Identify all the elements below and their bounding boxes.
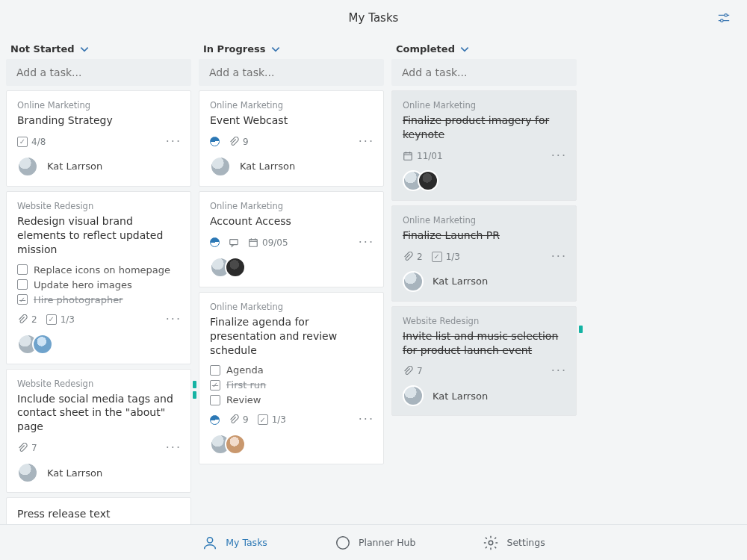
task-title: Account Access [210,214,373,228]
column-header[interactable]: Not Started [6,36,191,59]
add-task-input[interactable]: Add a task... [199,59,384,86]
avatar[interactable] [418,170,438,191]
column-header[interactable]: In Progress [199,36,384,59]
project-label: Online Marketing [210,302,373,312]
avatar[interactable] [225,434,246,455]
subtask[interactable]: Agenda [210,364,373,376]
task-card[interactable]: Online Marketing Finalize Launch PR 2 1/… [391,205,577,302]
add-task-input[interactable]: Add a task... [6,59,191,86]
progress-icon [210,415,220,425]
assignee-name: Kat Larrson [240,161,295,172]
nav-planner-hub[interactable]: Planner Hub [335,535,416,551]
add-task-input[interactable]: Add a task... [391,59,577,86]
more-icon[interactable]: ··· [551,365,567,377]
column-not-started: Not Started Add a task... Online Marketi… [6,36,191,560]
nav-my-tasks[interactable]: My Tasks [202,535,267,551]
project-label: Online Marketing [403,215,565,225]
task-card[interactable]: Online Marketing Branding Strategy 4/8 ·… [6,90,191,187]
svg-point-20 [489,541,494,545]
nav-label: My Tasks [226,537,267,548]
more-icon[interactable]: ··· [359,136,374,148]
svg-point-3 [721,19,724,22]
checkbox-icon [17,294,28,305]
avatar[interactable] [210,156,231,177]
chevron-down-icon [270,44,281,55]
gear-icon [483,535,499,551]
column-header[interactable]: Completed [391,36,577,59]
nav-settings[interactable]: Settings [483,535,545,551]
task-card[interactable]: Online Marketing Event Webcast 9 ··· Kat… [199,90,384,187]
assignee-name: Kat Larrson [433,391,488,402]
task-card[interactable]: Online Marketing Account Access 09/05 ··… [199,191,384,287]
task-card[interactable]: Online Marketing Finalize product imager… [391,90,577,201]
page-title: My Tasks [349,11,399,25]
column-completed: Completed Add a task... Online Marketing… [391,36,577,560]
task-title: Include social media tags and contact sh… [17,392,180,435]
avatar[interactable] [225,257,246,278]
progress-indicator [210,237,220,247]
column-title: Completed [396,43,455,55]
task-title: Event Webcast [210,113,373,128]
progress-indicator [210,415,220,425]
subtask[interactable]: Replace icons on homepage [17,264,180,276]
checklist-icon [258,414,268,425]
task-card[interactable]: Website Redesign Invite list and music s… [391,306,577,417]
more-icon[interactable]: ··· [166,314,182,326]
paperclip-icon [229,414,239,425]
progress-indicator [210,137,220,146]
avatar[interactable] [17,462,38,483]
hub-icon [335,535,351,551]
comment-icon [229,237,239,248]
attachment-count: 9 [229,414,249,425]
project-label: Website Redesign [17,379,180,389]
avatar[interactable] [32,334,53,355]
checkbox-icon [17,279,28,290]
task-card[interactable]: Website Redesign Redesign visual brand e… [6,191,191,364]
assignee-avatars [403,170,438,191]
subtask[interactable]: First run [210,379,373,391]
task-card[interactable]: Website Redesign Include social media ta… [6,369,191,494]
kanban-board: Not Started Add a task... Online Marketi… [0,36,747,560]
project-label: Online Marketing [403,100,565,111]
svg-rect-10 [249,239,258,246]
subtask[interactable]: Update hero images [17,279,180,290]
more-icon[interactable]: ··· [551,251,567,263]
filter-icon[interactable] [717,11,731,25]
attachment-count: 7 [17,443,37,453]
assignee-name: Kat Larrson [433,276,488,287]
svg-point-19 [337,536,350,549]
project-label: Online Marketing [210,201,373,211]
due-date: 11/01 [403,151,443,161]
checkbox-icon [210,395,220,405]
column-title: Not Started [10,43,75,55]
assignee-avatars [17,334,53,355]
assignee-avatars [403,271,424,292]
nav-label: Planner Hub [359,537,416,548]
svg-rect-9 [230,239,238,244]
checklist-icon [17,137,28,147]
assignee-avatars [403,385,424,406]
top-bar: My Tasks [0,0,747,36]
drag-marker [193,391,196,399]
calendar-icon [403,151,413,161]
paperclip-icon [17,314,28,325]
subtask[interactable]: Review [210,394,373,405]
project-label: Online Marketing [17,100,180,111]
more-icon[interactable]: ··· [359,237,374,249]
more-icon[interactable]: ··· [551,150,567,162]
column-in-progress: In Progress Add a task... Online Marketi… [199,36,384,560]
assignee-name: Kat Larrson [47,161,102,172]
avatar[interactable] [17,156,38,177]
subtask[interactable]: Hire photographer [17,294,180,305]
more-icon[interactable]: ··· [359,414,374,426]
comment-indicator [229,237,239,248]
chevron-down-icon [79,44,90,55]
task-card[interactable]: Online Marketing Finalize agenda for pre… [199,292,384,465]
more-icon[interactable]: ··· [166,136,182,148]
avatar[interactable] [403,385,424,406]
project-label: Online Marketing [210,100,373,111]
checkbox-icon [17,264,28,275]
avatar[interactable] [403,271,424,292]
checklist-count: 1/3 [46,314,75,325]
more-icon[interactable]: ··· [166,442,182,454]
